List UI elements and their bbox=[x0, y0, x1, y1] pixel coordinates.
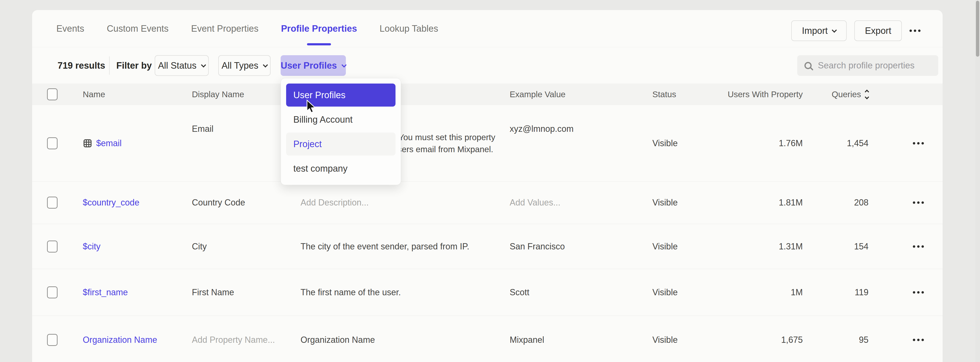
status-cell[interactable]: Visible bbox=[652, 198, 678, 208]
display-name-cell[interactable]: City bbox=[192, 241, 207, 252]
tab-events[interactable]: Events bbox=[56, 10, 84, 47]
lexicon-card: Events Custom Events Event Properties Pr… bbox=[32, 10, 943, 362]
users-with-property-cell: 1M bbox=[791, 287, 803, 297]
table-row: $city City The city of the event sender,… bbox=[32, 224, 943, 269]
page: Events Custom Events Event Properties Pr… bbox=[0, 0, 980, 362]
table-row: $email Email The user's email address. Y… bbox=[32, 105, 943, 182]
row-actions-icon[interactable] bbox=[913, 246, 924, 248]
header-queries-label: Queries bbox=[832, 89, 861, 99]
tab-event-properties[interactable]: Event Properties bbox=[191, 10, 259, 47]
property-name-link[interactable]: $first_name bbox=[83, 287, 128, 297]
description-cell[interactable]: The first name of the user. bbox=[301, 287, 401, 297]
import-button[interactable]: Import bbox=[791, 21, 846, 41]
users-with-property-cell: 1,675 bbox=[781, 335, 803, 345]
example-value-cell[interactable]: xyz@lmnop.com bbox=[510, 124, 574, 134]
search-box bbox=[797, 55, 938, 76]
description-cell[interactable]: Organization Name bbox=[301, 335, 375, 345]
property-name-link[interactable]: $city bbox=[83, 241, 100, 252]
table-header: Name Display Name Description Example Va… bbox=[32, 83, 943, 105]
example-value-cell[interactable]: San Francisco bbox=[510, 241, 565, 252]
entity-filter-label: User Profiles bbox=[281, 61, 337, 71]
property-name-cell: $email bbox=[83, 138, 122, 148]
select-all-checkbox[interactable] bbox=[47, 88, 57, 100]
queries-cell: 208 bbox=[854, 198, 869, 208]
status-cell[interactable]: Visible bbox=[652, 241, 678, 252]
row-checkbox[interactable] bbox=[47, 241, 57, 252]
menu-item-project[interactable]: Project bbox=[286, 132, 396, 156]
row-checkbox[interactable] bbox=[47, 137, 57, 149]
status-cell[interactable]: Visible bbox=[652, 335, 678, 345]
description-cell[interactable]: Add Description... bbox=[301, 198, 369, 208]
export-button[interactable]: Export bbox=[854, 21, 902, 41]
toolbar: Import Export bbox=[791, 21, 921, 41]
property-name-link[interactable]: $country_code bbox=[83, 198, 139, 208]
sort-icon bbox=[865, 90, 869, 99]
example-value-cell[interactable]: Scott bbox=[510, 287, 529, 297]
filter-bar: 719 results Filter by All Status All Typ… bbox=[32, 48, 943, 83]
scrollbar-thumb[interactable] bbox=[976, 1, 979, 57]
status-cell[interactable]: Visible bbox=[652, 138, 678, 148]
row-checkbox[interactable] bbox=[47, 334, 57, 346]
filter-by-label: Filter by bbox=[116, 61, 152, 71]
property-name-link[interactable]: Organization Name bbox=[83, 335, 157, 345]
export-button-label: Export bbox=[865, 26, 891, 36]
display-name-cell[interactable]: Add Property Name... bbox=[192, 335, 275, 345]
header-example-value: Example Value bbox=[510, 89, 566, 99]
property-name-link[interactable]: $email bbox=[96, 138, 122, 148]
menu-item-user-profiles[interactable]: User Profiles bbox=[286, 83, 396, 107]
table-row: $country_code Country Code Add Descripti… bbox=[32, 182, 943, 224]
header-name: Name bbox=[83, 89, 105, 99]
chevron-down-icon bbox=[263, 62, 268, 67]
tab-lookup-tables[interactable]: Lookup Tables bbox=[380, 10, 438, 47]
overflow-menu-icon[interactable] bbox=[910, 30, 921, 32]
table-grid-icon bbox=[83, 139, 92, 148]
import-button-label: Import bbox=[802, 26, 828, 36]
menu-item-billing-account[interactable]: Billing Account bbox=[286, 108, 396, 131]
queries-cell: 95 bbox=[859, 335, 869, 345]
type-filter-dropdown[interactable]: All Types bbox=[218, 55, 270, 76]
row-actions-icon[interactable] bbox=[913, 201, 924, 204]
entity-filter-dropdown[interactable]: User Profiles bbox=[281, 55, 346, 76]
chevron-down-icon bbox=[832, 28, 837, 33]
row-checkbox[interactable] bbox=[47, 196, 57, 209]
row-checkbox[interactable] bbox=[47, 286, 57, 298]
display-name-cell[interactable]: Country Code bbox=[192, 198, 245, 208]
table-row: $first_name First Name The first name of… bbox=[32, 269, 943, 316]
description-cell[interactable]: The city of the event sender, parsed fro… bbox=[301, 241, 469, 252]
header-display-name: Display Name bbox=[192, 89, 244, 99]
divider bbox=[109, 56, 110, 75]
display-name-cell[interactable]: Email bbox=[192, 124, 213, 134]
search-icon bbox=[805, 62, 811, 69]
mouse-cursor bbox=[304, 100, 318, 115]
example-value-cell[interactable]: Add Values... bbox=[510, 198, 560, 208]
row-actions-icon[interactable] bbox=[913, 339, 924, 341]
results-count: 719 results bbox=[57, 61, 105, 71]
queries-cell: 119 bbox=[855, 287, 869, 297]
tab-custom-events[interactable]: Custom Events bbox=[107, 10, 169, 47]
tab-profile-properties[interactable]: Profile Properties bbox=[281, 10, 357, 47]
status-filter-label: All Status bbox=[158, 61, 197, 71]
users-with-property-cell: 1.76M bbox=[779, 138, 803, 148]
queries-cell: 154 bbox=[854, 241, 869, 252]
table-row: Organization Name Add Property Name... O… bbox=[32, 316, 943, 362]
users-with-property-cell: 1.31M bbox=[779, 241, 803, 252]
header-status: Status bbox=[652, 89, 676, 99]
chevron-down-icon bbox=[342, 62, 347, 67]
queries-cell: 1,454 bbox=[847, 138, 869, 148]
header-queries-sort[interactable]: Queries bbox=[832, 89, 869, 99]
example-value-cell[interactable]: Mixpanel bbox=[510, 335, 544, 345]
chevron-down-icon bbox=[201, 62, 206, 67]
row-actions-icon[interactable] bbox=[913, 142, 924, 145]
row-actions-icon[interactable] bbox=[913, 291, 924, 293]
type-filter-label: All Types bbox=[222, 61, 258, 71]
status-cell[interactable]: Visible bbox=[652, 287, 678, 297]
display-name-cell[interactable]: First Name bbox=[192, 287, 234, 297]
header-users-with-property: Users With Property bbox=[728, 89, 803, 99]
search-input[interactable] bbox=[818, 61, 931, 70]
menu-item-test-company[interactable]: test company bbox=[286, 157, 396, 180]
users-with-property-cell: 1.81M bbox=[779, 198, 803, 208]
entity-dropdown-menu: User Profiles Billing Account Project te… bbox=[281, 78, 401, 185]
status-filter-dropdown[interactable]: All Status bbox=[155, 55, 208, 76]
